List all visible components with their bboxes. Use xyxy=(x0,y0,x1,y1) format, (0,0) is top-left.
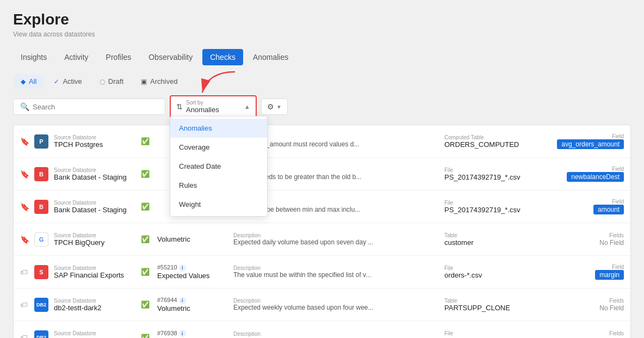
filter-icon: ⚙ xyxy=(267,102,274,111)
bookmark-icon[interactable]: 🔖 xyxy=(20,137,29,146)
ds-icon-db2: DB2 xyxy=(34,298,48,312)
top-tabs: Insights Activity Profiles Observability… xyxy=(13,49,631,65)
check-box-icon: ✅ xyxy=(141,300,152,309)
tab-insights[interactable]: Insights xyxy=(13,49,54,65)
subtab-all[interactable]: ◆ All xyxy=(13,74,44,89)
sort-option-coverage[interactable]: Coverage xyxy=(170,138,267,157)
check-box-icon: ✅ xyxy=(141,334,152,339)
field-info: Field amount xyxy=(553,199,624,214)
source-info: Source Datastore db2-testt-dark2 xyxy=(54,298,135,312)
field-badge: newbalanceDest xyxy=(567,172,624,182)
sort-option-weight[interactable]: Weight xyxy=(170,195,267,214)
bookmark-icon[interactable]: 🔖 xyxy=(20,235,29,244)
check-type-info: #76938 i Volumetric xyxy=(157,330,228,338)
sort-option-created-date[interactable]: Created Date xyxy=(170,157,267,176)
field-info: Fields No Field xyxy=(553,232,624,247)
target-info: Table customer xyxy=(444,232,548,247)
field-info: Fields No Field xyxy=(553,330,624,338)
table-row: 🏷 S Source Datastore SAP Financial Expor… xyxy=(14,256,630,288)
table-row: 🏷 DB2 Source Datastore db2-testt-dark2 ✅… xyxy=(14,288,630,321)
bookmark-icon[interactable]: 🏷 xyxy=(20,300,29,309)
sort-arrows-icon: ⇅ xyxy=(176,102,183,111)
bookmark-icon[interactable]: 🔖 xyxy=(20,170,29,179)
target-info: File PS_20174392719_*.csv xyxy=(444,200,548,214)
sort-dropdown-wrapper: ⇅ Sort by Anomalies ▲ Anomalies Coverage… xyxy=(170,95,257,118)
search-input[interactable] xyxy=(33,103,158,111)
bookmark-icon[interactable]: 🔖 xyxy=(20,202,29,211)
page-subtitle: View data across datastores xyxy=(13,30,631,38)
description-info: Description Expected daily volume based … xyxy=(233,232,439,246)
check-box-icon: ✅ xyxy=(141,202,152,211)
check-type-info: Volumetric xyxy=(157,235,228,243)
archive-icon: ▣ xyxy=(141,78,147,85)
sub-tabs: ◆ All ✓ Active ◌ Draft ▣ Archived xyxy=(13,74,631,89)
source-info: Source Datastore SAP Financial Exports xyxy=(54,265,135,279)
ds-icon-bank: B xyxy=(34,200,48,214)
table-row: 🔖 B Source Datastore Bank Dataset - Stag… xyxy=(14,158,630,190)
tab-profiles[interactable]: Profiles xyxy=(98,49,139,65)
check-box-icon: ✅ xyxy=(141,268,152,276)
checks-table: 🔖 P Source Datastore TPCH Postgres ✅ Des… xyxy=(13,125,631,338)
filter-button[interactable]: ⚙ ▼ xyxy=(261,99,288,115)
source-info: Source Datastore TPCH Postgres xyxy=(54,134,135,149)
ds-icon-bank: B xyxy=(34,167,48,181)
table-row: 🔖 B Source Datastore Bank Dataset - Stag… xyxy=(14,190,630,223)
source-info: Source Datastore TPCH BigQuery xyxy=(54,232,135,247)
source-info: Source Datastore Bank Dataset - Staging xyxy=(54,200,135,214)
description-info: Description The value must be within the… xyxy=(233,265,439,279)
tab-anomalies[interactable]: Anomalies xyxy=(245,49,296,65)
search-icon: 🔍 xyxy=(20,102,29,111)
target-info: File orders-*.csv xyxy=(444,265,548,279)
target-info: Table PARTSUPP_CLONE xyxy=(444,298,548,312)
ds-icon-db2: DB2 xyxy=(34,330,48,338)
description-info: Description Expected weekly volume based… xyxy=(233,331,439,339)
sort-chevron-icon: ▲ xyxy=(244,103,250,110)
subtab-draft[interactable]: ◌ Draft xyxy=(92,74,131,89)
check-box-icon: ✅ xyxy=(141,170,152,178)
check-box-icon: ✅ xyxy=(141,137,152,145)
check-type-info: #76944 i Volumetric xyxy=(157,297,228,312)
no-field-label: No Field xyxy=(599,239,624,247)
field-badge: avg_orders_amount xyxy=(557,139,624,149)
toolbar: 🔍 ⇅ Sort by Anomal xyxy=(13,95,631,118)
ds-icon-sap: S xyxy=(34,265,48,279)
sort-value: Anomalies xyxy=(186,106,241,114)
subtab-active[interactable]: ✓ Active xyxy=(46,74,89,89)
filter-caret-icon: ▼ xyxy=(276,104,282,110)
tab-observability[interactable]: Observability xyxy=(141,49,200,65)
draft-circle-icon: ◌ xyxy=(100,78,105,85)
sort-option-rules[interactable]: Rules xyxy=(170,176,267,195)
source-info: Source Datastore Bank Dataset - Staging xyxy=(54,167,135,181)
target-info: Computed Table ORDERS_COMPUTED xyxy=(444,134,548,149)
no-field-label: No Field xyxy=(599,304,624,312)
field-info: Field avg_orders_amount xyxy=(553,133,624,149)
field-info: Field margin xyxy=(553,264,624,280)
description-info: Description Expected weekly volume based… xyxy=(233,298,439,311)
search-box: 🔍 xyxy=(13,99,165,115)
check-circle-icon: ✓ xyxy=(54,78,59,85)
subtab-archived[interactable]: ▣ Archived xyxy=(133,74,185,89)
tab-activity[interactable]: Activity xyxy=(57,49,96,65)
check-box-icon: ✅ xyxy=(141,235,152,243)
bookmark-icon[interactable]: 🏷 xyxy=(20,268,29,276)
field-badge: amount xyxy=(593,205,624,214)
ds-icon-bigquery: G xyxy=(34,232,48,247)
sort-dropdown-menu: Anomalies Coverage Created Date Rules We… xyxy=(170,116,268,217)
table-row: 🔖 G Source Datastore TPCH BigQuery ✅ Vol… xyxy=(14,223,630,256)
table-row: 🏷 DB2 Source Datastore db2-testt-dark2 ✅… xyxy=(14,321,630,338)
tab-checks[interactable]: Checks xyxy=(202,49,243,65)
bookmark-icon[interactable]: 🏷 xyxy=(20,333,29,338)
target-info: File PS_20174392719_*.csv xyxy=(444,167,548,181)
field-info: Fields No Field xyxy=(553,298,624,312)
sort-button[interactable]: ⇅ Sort by Anomalies ▲ xyxy=(170,95,257,118)
field-info: Field newbalanceDest xyxy=(553,166,624,182)
target-info: File _DB2_TEST_DARK_SCAN_OPERATIONS xyxy=(444,330,548,338)
source-info: Source Datastore db2-testt-dark2 xyxy=(54,330,135,338)
sort-label: Sort by xyxy=(186,100,241,106)
ds-icon-postgres: P xyxy=(34,134,48,149)
sort-option-anomalies[interactable]: Anomalies xyxy=(170,119,267,138)
check-type-info: #55210 i Expected Values xyxy=(157,264,228,280)
table-row: 🔖 P Source Datastore TPCH Postgres ✅ Des… xyxy=(14,125,630,158)
field-badge: margin xyxy=(595,270,624,280)
page-title: Explore xyxy=(13,11,631,28)
